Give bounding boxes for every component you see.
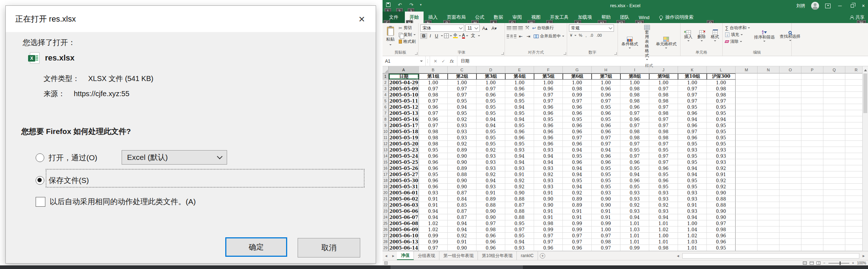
cell-B9[interactable]: 0.97	[419, 122, 448, 129]
cell-K10[interactable]: 0.97	[678, 129, 707, 135]
cell-N6[interactable]	[758, 104, 779, 110]
cell-M6[interactable]	[736, 104, 758, 110]
cell-B14[interactable]: 0.96	[419, 153, 448, 159]
cancel-button[interactable]: 取消	[298, 238, 360, 257]
cell-L5[interactable]: 0.97	[707, 98, 736, 104]
cell-H25[interactable]: 0.99	[592, 220, 620, 227]
cell-K17[interactable]: 0.94	[678, 171, 707, 178]
cell-E1[interactable]: 第4组	[505, 73, 534, 80]
cell-B13[interactable]: 0.95	[419, 147, 448, 153]
cell-O22[interactable]	[779, 202, 801, 208]
sheet-tab-净值[interactable]: 净值	[397, 251, 414, 260]
font-name-select[interactable]: 宋体	[420, 24, 464, 32]
clear-button[interactable]: 清除	[724, 38, 751, 45]
cell-J27[interactable]: 1.00	[649, 233, 678, 239]
cell-A15[interactable]: 2005-05-25	[389, 159, 419, 165]
cell-F8[interactable]: 0.95	[534, 116, 563, 122]
cell-N2[interactable]	[758, 80, 779, 86]
cell-H6[interactable]: 0.95	[592, 104, 620, 110]
cell-M16[interactable]	[736, 165, 758, 171]
cell-G28[interactable]: 0.97	[563, 239, 592, 245]
cell-L29[interactable]: 0.95	[707, 245, 736, 251]
cell-O3[interactable]	[779, 86, 801, 92]
cell-J12[interactable]: 0.97	[649, 141, 678, 147]
fill-button[interactable]: ↓填充	[724, 31, 751, 38]
zoom-in-button[interactable]: +	[852, 261, 854, 265]
cell-F17[interactable]: 0.92	[534, 171, 563, 178]
cell-C16[interactable]: 0.89	[448, 165, 476, 171]
cell-N11[interactable]	[758, 135, 779, 141]
cell-A7[interactable]: 2005-05-13	[389, 110, 419, 116]
cell-N18[interactable]	[758, 178, 779, 184]
cell-H24[interactable]: 0.91	[592, 214, 620, 220]
cell-A6[interactable]: 2005-05-12	[389, 104, 419, 110]
align-top-button[interactable]	[507, 26, 511, 30]
cell-F2[interactable]: 1.00	[534, 80, 563, 86]
cell-E20[interactable]: 0.90	[505, 190, 534, 196]
cell-H3[interactable]: 0.96	[592, 86, 620, 92]
decrease-indent-button[interactable]: ⇤	[517, 33, 524, 39]
col-header-P[interactable]: P	[801, 66, 823, 73]
cell-K12[interactable]: 0.95	[678, 141, 707, 147]
cell-G12[interactable]: 0.96	[563, 141, 592, 147]
cell-D7[interactable]: 0.95	[476, 110, 505, 116]
cell-M22[interactable]	[736, 202, 758, 208]
cell-P27[interactable]	[801, 233, 823, 239]
cell-P11[interactable]	[801, 135, 823, 141]
cell-A12[interactable]: 2005-05-20	[389, 141, 419, 147]
cell-I21[interactable]: 0.93	[620, 196, 649, 202]
cell-C29[interactable]: 0.90	[448, 245, 476, 251]
col-header-C[interactable]: C	[448, 66, 476, 73]
decrease-decimal-button[interactable]: .00	[595, 33, 603, 37]
cell-F23[interactable]: 0.91	[534, 208, 563, 214]
cell-I23[interactable]: 0.93	[620, 208, 649, 214]
cell-C22[interactable]: 0.85	[448, 202, 476, 208]
cell-N10[interactable]	[758, 129, 779, 135]
row-header-12[interactable]: 12	[383, 141, 389, 147]
vertical-scrollbar[interactable]	[862, 66, 868, 251]
cell-J21[interactable]: 0.93	[649, 196, 678, 202]
cell-Q11[interactable]	[823, 135, 845, 141]
row-header-20[interactable]: 20	[383, 190, 389, 196]
tab-视图[interactable]: 视图W	[526, 12, 545, 23]
cell-Q1[interactable]	[823, 73, 845, 80]
cell-B28[interactable]: 0.99	[419, 239, 448, 245]
row-header-27[interactable]: 27	[383, 233, 389, 239]
row-header-26[interactable]: 26	[383, 227, 389, 233]
cell-A23[interactable]: 2005-06-06	[389, 208, 419, 214]
cell-F20[interactable]: 0.91	[534, 190, 563, 196]
close-button[interactable]: ×	[860, 3, 867, 9]
cell-D22[interactable]: 0.88	[476, 202, 505, 208]
cell-J19[interactable]: 0.95	[649, 184, 678, 190]
tab-开始[interactable]: 开始H	[405, 12, 424, 23]
cell-O27[interactable]	[779, 233, 801, 239]
cell-C12[interactable]: 0.92	[448, 141, 476, 147]
cell-L18[interactable]: 0.92	[707, 178, 736, 184]
cell-F10[interactable]: 0.96	[534, 129, 563, 135]
cell-O15[interactable]	[779, 159, 801, 165]
cell-B4[interactable]: 0.98	[419, 92, 448, 98]
cell-N21[interactable]	[758, 196, 779, 202]
font-size-select[interactable]: 11	[465, 24, 480, 32]
row-header-25[interactable]: 25	[383, 220, 389, 227]
cell-N19[interactable]	[758, 184, 779, 190]
cell-Q26[interactable]	[823, 227, 845, 233]
hscroll-left-icon[interactable]: ◄	[674, 254, 682, 258]
minimize-button[interactable]: ─	[837, 3, 843, 9]
zoom-out-button[interactable]: −	[823, 261, 826, 265]
row-header-2[interactable]: 2	[383, 80, 389, 86]
cell-E27[interactable]: 0.95	[505, 233, 534, 239]
cell-I6[interactable]: 0.96	[620, 104, 649, 110]
open-with-radio[interactable]	[36, 153, 44, 162]
cell-O29[interactable]	[779, 245, 801, 251]
cell-E26[interactable]: 0.97	[505, 227, 534, 233]
cell-A10[interactable]: 2005-05-18	[389, 129, 419, 135]
cell-G4[interactable]: 0.99	[563, 92, 592, 98]
cell-J3[interactable]: 0.97	[649, 86, 678, 92]
cell-O6[interactable]	[779, 104, 801, 110]
remember-option[interactable]: 以后自动采用相同的动作处理此类文件。(A)	[36, 196, 196, 207]
cell-N9[interactable]	[758, 122, 779, 129]
cell-O18[interactable]	[779, 178, 801, 184]
conditional-formatting-button[interactable]: 条件格式	[620, 24, 640, 62]
cell-M5[interactable]	[736, 98, 758, 104]
